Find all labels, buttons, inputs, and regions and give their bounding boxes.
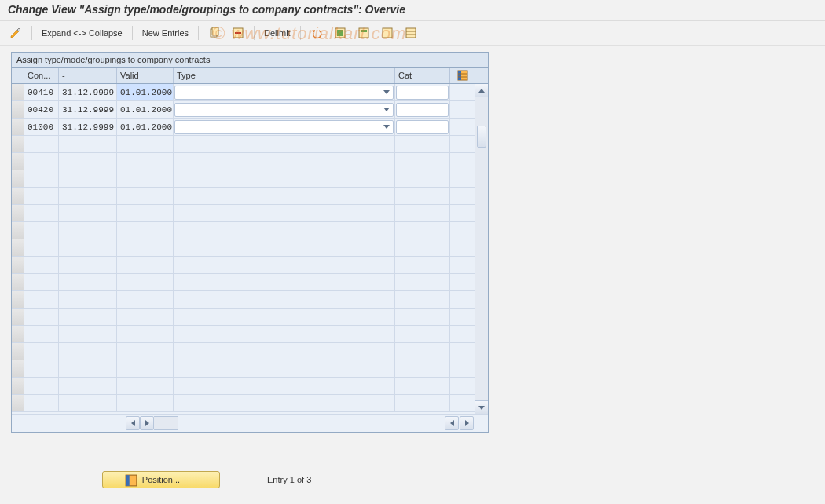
pencil-toggle-icon: [9, 27, 22, 39]
new-entries-button[interactable]: New Entries: [139, 25, 192, 41]
select-block-icon: [358, 27, 370, 39]
position-button[interactable]: Position...: [102, 471, 220, 488]
hscroll-left-button[interactable]: [126, 416, 140, 430]
cell-to: [59, 257, 117, 273]
col-type[interactable]: Type: [174, 68, 395, 83]
cell-cat[interactable]: [395, 119, 450, 135]
cat-input[interactable]: [396, 86, 449, 100]
cell-cat[interactable]: [395, 84, 450, 100]
scroll-track[interactable]: [475, 97, 488, 400]
cell-valid: [117, 395, 174, 411]
cell-to: [59, 222, 117, 239]
cell-to: [59, 309, 117, 325]
delete-button[interactable]: [229, 25, 248, 41]
cell-type[interactable]: [174, 119, 395, 135]
table-row: [12, 378, 488, 395]
cell-valid[interactable]: 01.01.2000: [117, 119, 174, 135]
hscroll-right2-button[interactable]: [460, 416, 474, 430]
row-selector[interactable]: [12, 188, 24, 204]
select-block-button[interactable]: [354, 25, 373, 41]
type-dropdown[interactable]: [174, 120, 394, 134]
table-row: [12, 188, 488, 205]
row-selector[interactable]: [12, 222, 24, 239]
cell-to: [59, 274, 117, 290]
cell-valid: [117, 136, 174, 152]
cell-valid: [117, 360, 174, 377]
col-configure[interactable]: [450, 68, 475, 83]
cell-type[interactable]: [174, 84, 395, 100]
cell-cat[interactable]: [395, 101, 450, 118]
col-contract[interactable]: Con...: [24, 68, 59, 83]
delimit-button[interactable]: Delimit: [261, 25, 294, 41]
col-valid[interactable]: Valid: [117, 68, 174, 83]
col-select[interactable]: [12, 68, 24, 83]
cell-cat: [395, 239, 450, 256]
cell-cat: [395, 343, 450, 360]
scroll-down-button[interactable]: [475, 400, 488, 414]
horizontal-scroll-footer: [12, 414, 488, 432]
row-selector[interactable]: [12, 205, 24, 221]
row-selector[interactable]: [12, 274, 24, 290]
row-selector[interactable]: [12, 326, 24, 342]
row-selector[interactable]: [12, 378, 24, 394]
select-all-button[interactable]: [331, 25, 350, 41]
cell-cat: [395, 222, 450, 239]
type-dropdown[interactable]: [174, 103, 394, 117]
cell-valid: [117, 257, 174, 273]
row-selector[interactable]: [12, 360, 24, 377]
cell-valid: [117, 326, 174, 342]
chevron-left-icon: [131, 420, 135, 426]
cell-type[interactable]: [174, 101, 395, 118]
cell-to: [59, 188, 117, 204]
col-cat[interactable]: Cat: [395, 68, 450, 83]
row-selector[interactable]: [12, 170, 24, 187]
vertical-scrollbar[interactable]: [475, 84, 488, 414]
toggle-display-change-button[interactable]: [6, 25, 25, 41]
row-selector[interactable]: [12, 153, 24, 170]
cell-to: 31.12.9999: [59, 84, 117, 100]
cell-to: [59, 326, 117, 342]
row-selector[interactable]: [12, 119, 24, 135]
cell-valid[interactable]: 01.01.2000: [117, 101, 174, 118]
table-row: [12, 309, 488, 326]
row-selector[interactable]: [12, 136, 24, 152]
row-selector[interactable]: [12, 257, 24, 273]
row-selector[interactable]: [12, 291, 24, 308]
row-selector[interactable]: [12, 309, 24, 325]
cell-valid[interactable]: 01.01.2000: [117, 84, 174, 100]
deselect-all-button[interactable]: [378, 25, 397, 41]
cell-contract: [24, 343, 59, 360]
cell-cat: [395, 326, 450, 342]
scroll-up-button[interactable]: [475, 84, 488, 97]
row-selector[interactable]: [12, 101, 24, 118]
cell-contract: [24, 395, 59, 411]
undo-button[interactable]: [307, 25, 326, 41]
cell-contract: [24, 153, 59, 170]
chevron-down-icon: [383, 108, 390, 111]
scroll-thumb[interactable]: [477, 126, 486, 148]
row-selector[interactable]: [12, 343, 24, 360]
row-selector[interactable]: [12, 239, 24, 256]
cell-type: [174, 326, 395, 342]
table-row: 0041031.12.999901.01.2000: [12, 84, 488, 101]
expand-collapse-button[interactable]: Expand <-> Collapse: [38, 25, 126, 41]
copy-button[interactable]: [205, 25, 224, 41]
cell-contract: [24, 222, 59, 239]
col-to[interactable]: -: [59, 68, 117, 83]
footer: Position... Entry 1 of 3: [102, 471, 311, 488]
row-selector[interactable]: [12, 84, 24, 100]
row-selector[interactable]: [12, 395, 24, 411]
position-label: Position...: [142, 475, 180, 484]
hscroll-right-button[interactable]: [140, 416, 154, 430]
cat-input[interactable]: [396, 120, 449, 134]
hscroll-track[interactable]: [154, 416, 178, 430]
application-toolbar: Expand <-> Collapse New Entries Delimit: [0, 21, 825, 46]
type-dropdown[interactable]: [174, 86, 394, 100]
chevron-down-icon: [383, 125, 390, 129]
hscroll-left2-button[interactable]: [445, 416, 459, 430]
svg-rect-8: [383, 28, 392, 38]
cat-input[interactable]: [396, 103, 449, 117]
table-row: [12, 360, 488, 378]
table-row: [12, 153, 488, 170]
configuration-button[interactable]: [402, 25, 420, 41]
